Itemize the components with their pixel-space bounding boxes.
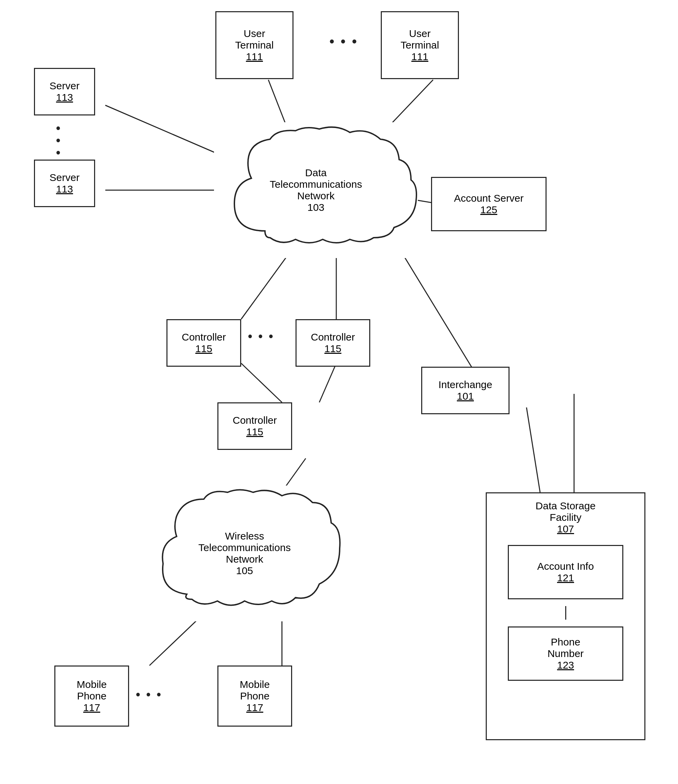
user-terminal-2-ref: 111 xyxy=(411,51,428,62)
account-info-label: Account Info xyxy=(538,561,594,572)
wireless-telecom-network: WirelessTelecommunicationsNetwork 105 xyxy=(146,485,343,621)
mobile-phone-2-label: MobilePhone xyxy=(240,679,270,702)
user-terminal-1: UserTerminal 111 xyxy=(215,11,293,79)
data-storage-label: Data StorageFacility 107 xyxy=(536,500,596,535)
phone-number-label: PhoneNumber xyxy=(547,636,584,660)
interchange-ref: 101 xyxy=(457,390,474,402)
mobile-phone-1-label: MobilePhone xyxy=(77,679,107,702)
svg-line-11 xyxy=(527,408,540,492)
mobile-phone-2-ref: 117 xyxy=(246,702,263,713)
account-server-ref: 125 xyxy=(480,204,497,216)
controller-dots: • • • xyxy=(248,329,274,344)
user-terminal-1-ref: 111 xyxy=(246,51,263,62)
account-info: Account Info 121 xyxy=(508,545,623,599)
account-server: Account Server 125 xyxy=(431,177,547,231)
controller-2: Controller 115 xyxy=(296,319,370,367)
server-1-label: Server xyxy=(50,80,79,92)
controller-3-ref: 115 xyxy=(246,426,263,438)
svg-line-9 xyxy=(319,363,336,402)
wireless-telecom-label: WirelessTelecommunicationsNetwork 105 xyxy=(198,530,291,577)
account-info-ref: 121 xyxy=(557,572,574,584)
server-1: Server 113 xyxy=(34,68,95,115)
controller-1-ref: 115 xyxy=(195,343,212,355)
mobile-phone-2: MobilePhone 117 xyxy=(217,666,292,726)
controller-3: Controller 115 xyxy=(217,402,292,450)
wireless-telecom-ref: 105 xyxy=(236,565,253,576)
user-terminal-1-label: UserTerminal xyxy=(235,28,273,51)
data-telecom-label: DataTelecommunicationsNetwork 103 xyxy=(270,167,362,213)
mobile-phone-dots: • • • xyxy=(136,688,162,702)
mobile-phone-1: MobilePhone 117 xyxy=(55,666,129,726)
data-telecom-network: DataTelecommunicationsNetwork 103 xyxy=(214,122,418,258)
svg-line-8 xyxy=(241,363,282,402)
diagram: UserTerminal 111 UserTerminal 111 • • • … xyxy=(0,0,678,784)
controller-1: Controller 115 xyxy=(167,319,241,367)
data-storage-ref: 107 xyxy=(536,523,596,535)
server-2: Server 113 xyxy=(34,160,95,207)
account-phone-connector xyxy=(565,606,566,620)
controller-1-label: Controller xyxy=(182,331,226,343)
data-storage-facility: Data StorageFacility 107 Account Info 12… xyxy=(486,492,645,740)
mobile-phone-1-ref: 117 xyxy=(83,702,100,713)
phone-number: PhoneNumber 123 xyxy=(508,627,623,681)
interchange-label: Interchange xyxy=(438,379,492,390)
controller-2-ref: 115 xyxy=(324,343,341,355)
interchange: Interchange 101 xyxy=(421,367,510,414)
phone-number-ref: 123 xyxy=(557,660,574,671)
controller-3-label: Controller xyxy=(233,415,277,426)
controller-2-label: Controller xyxy=(311,331,355,343)
data-telecom-ref: 103 xyxy=(307,202,324,213)
server-2-ref: 113 xyxy=(56,184,73,195)
user-terminal-2-label: UserTerminal xyxy=(401,28,439,51)
user-terminal-dots: • • • xyxy=(329,34,358,49)
server-1-ref: 113 xyxy=(56,92,73,103)
user-terminal-2: UserTerminal 111 xyxy=(381,11,459,79)
server-dots: ••• xyxy=(56,122,61,159)
account-server-label: Account Server xyxy=(454,193,524,204)
server-2-label: Server xyxy=(50,172,79,184)
